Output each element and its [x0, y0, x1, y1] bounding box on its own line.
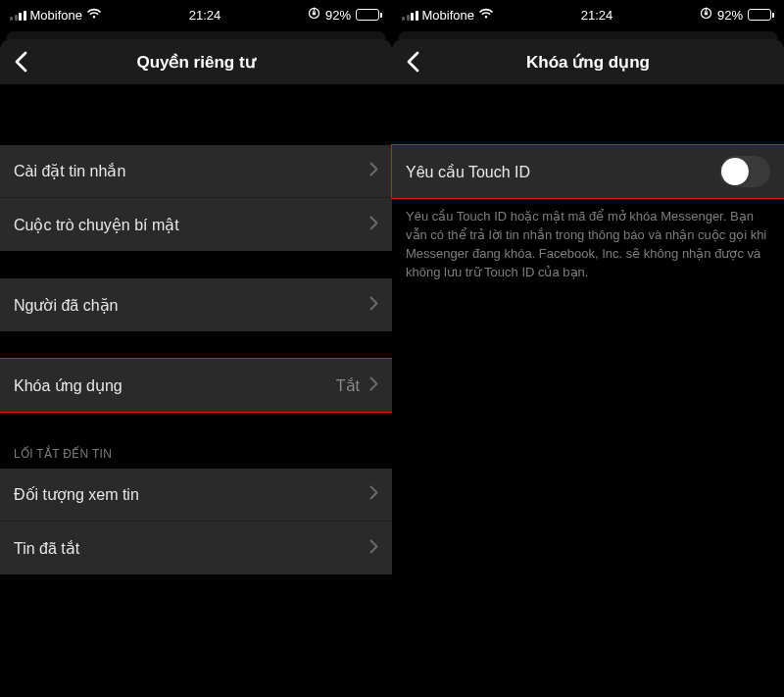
row-label: Tin đã tắt — [14, 539, 369, 558]
battery-percent-label: 92% — [325, 8, 351, 23]
sheet-handle — [0, 29, 392, 39]
back-button[interactable] — [8, 39, 33, 84]
status-bar: Mobifone 21:24 92% — [392, 0, 784, 29]
orientation-lock-icon — [700, 7, 712, 23]
battery-icon — [748, 9, 774, 21]
chevron-right-icon — [369, 539, 378, 558]
chevron-right-icon — [369, 376, 378, 395]
carrier-label: Mobifone — [422, 8, 474, 23]
status-bar: Mobifone 21:24 92% — [0, 0, 392, 29]
toggle-knob — [721, 158, 749, 185]
row-label: Cuộc trò chuyện bí mật — [14, 216, 369, 234]
row-require-touchid[interactable]: Yêu cầu Touch ID — [392, 145, 784, 198]
page-title: Khóa ứng dụng — [526, 52, 650, 73]
page-title: Quyền riêng tư — [136, 52, 255, 73]
wifi-icon — [86, 8, 102, 23]
carrier-label: Mobifone — [30, 8, 82, 23]
battery-icon — [356, 9, 382, 21]
orientation-lock-icon — [308, 7, 320, 23]
chevron-right-icon — [369, 216, 378, 234]
group-story: Đối tượng xem tin Tin đã tắt — [0, 469, 392, 574]
row-message-settings[interactable]: Cài đặt tin nhắn — [0, 145, 392, 198]
group-messages: Cài đặt tin nhắn Cuộc trò chuyện bí mật — [0, 145, 392, 251]
group-touchid: Yêu cầu Touch ID — [392, 145, 784, 198]
row-story-audience[interactable]: Đối tượng xem tin — [0, 469, 392, 522]
back-button[interactable] — [400, 39, 425, 84]
row-label: Khóa ứng dụng — [14, 376, 336, 395]
chevron-left-icon — [406, 51, 419, 73]
clock-label: 21:24 — [189, 8, 221, 23]
touchid-toggle[interactable] — [719, 156, 770, 187]
touchid-description: Yêu cầu Touch ID hoặc mật mã để mở khóa … — [392, 198, 784, 281]
wifi-icon — [478, 8, 494, 23]
svg-rect-3 — [705, 13, 708, 16]
row-value: Tắt — [336, 376, 360, 395]
row-label: Người đã chặn — [14, 296, 369, 315]
screen-privacy: Mobifone 21:24 92% Quyền riêng tư — [0, 0, 392, 697]
section-header-story-shortcut: LỐI TẮT ĐẾN TIN — [0, 447, 392, 469]
chevron-right-icon — [369, 296, 378, 315]
chevron-right-icon — [369, 485, 378, 504]
cellular-signal-icon — [10, 9, 26, 21]
svg-rect-1 — [313, 13, 316, 16]
cellular-signal-icon — [402, 9, 418, 21]
nav-bar: Quyền riêng tư — [0, 39, 392, 84]
screen-app-lock: Mobifone 21:24 92% Khóa ứng dụng — [392, 0, 784, 697]
row-label: Yêu cầu Touch ID — [406, 163, 719, 181]
nav-bar: Khóa ứng dụng — [392, 39, 784, 84]
row-label: Đối tượng xem tin — [14, 485, 369, 504]
row-blocked-people[interactable]: Người đã chặn — [0, 278, 392, 331]
sheet-handle — [392, 29, 784, 39]
group-blocked: Người đã chặn — [0, 278, 392, 331]
clock-label: 21:24 — [581, 8, 613, 23]
chevron-left-icon — [14, 51, 27, 73]
row-stories-muted[interactable]: Tin đã tắt — [0, 522, 392, 574]
row-secret-conversations[interactable]: Cuộc trò chuyện bí mật — [0, 198, 392, 251]
battery-percent-label: 92% — [717, 8, 743, 23]
chevron-right-icon — [369, 162, 378, 180]
row-app-lock[interactable]: Khóa ứng dụng Tắt — [0, 359, 392, 412]
group-app-lock: Khóa ứng dụng Tắt — [0, 359, 392, 412]
row-label: Cài đặt tin nhắn — [14, 162, 369, 180]
